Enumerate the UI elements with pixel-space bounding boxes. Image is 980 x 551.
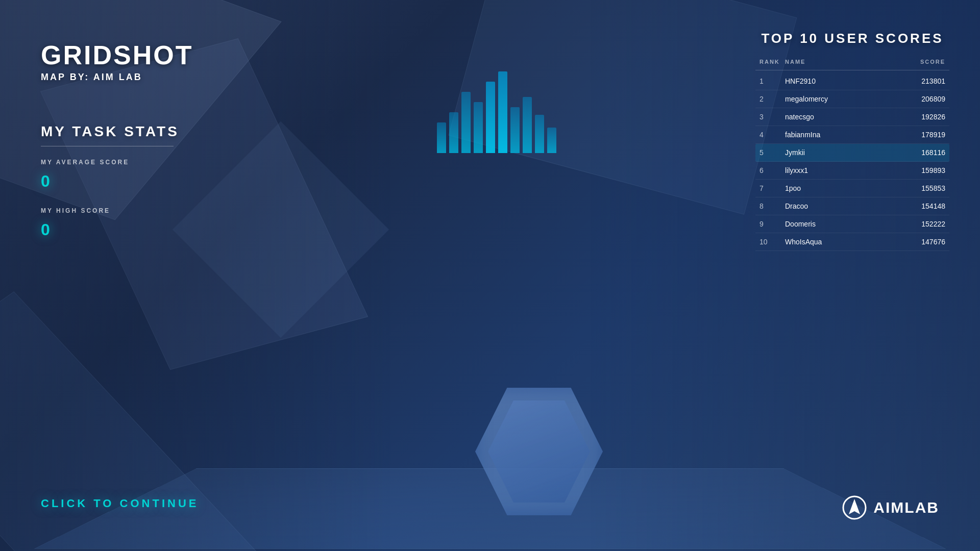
player-score-3: 192826	[899, 113, 945, 121]
high-score-value: 0	[41, 220, 214, 239]
map-by: MAP BY: AIM LAB	[41, 72, 214, 83]
bar-6	[510, 107, 520, 153]
rank-1: 1	[760, 77, 785, 85]
leaderboard-header: RANK NAME SCORE	[755, 59, 949, 70]
left-panel: GRIDSHOT MAP BY: AIM LAB MY TASK STATS M…	[0, 0, 255, 551]
player-name-6: lilyxxx1	[785, 166, 899, 174]
player-score-8: 154148	[899, 202, 945, 210]
rank-4: 4	[760, 131, 785, 139]
bar-0	[437, 122, 446, 153]
col-rank-header: RANK	[760, 59, 785, 65]
rank-7: 7	[760, 184, 785, 192]
bar-8	[535, 115, 544, 153]
leaderboard-row-5: 5Jymkii168116	[755, 144, 949, 162]
player-score-6: 159893	[899, 166, 945, 174]
leaderboard-row-10: 10WhoIsAqua147676	[755, 233, 949, 251]
bar-9	[547, 128, 556, 153]
player-name-2: megalomercy	[785, 95, 899, 103]
player-name-10: WhoIsAqua	[785, 238, 899, 246]
player-score-5: 168116	[899, 148, 945, 157]
leaderboard-row-4: 4fabianmIna178919	[755, 126, 949, 144]
leaderboard-row-8: 8Dracoo154148	[755, 197, 949, 215]
bar-3	[474, 102, 483, 153]
high-score-label: MY HIGH SCORE	[41, 207, 214, 214]
player-score-4: 178919	[899, 131, 945, 139]
bar-chart	[437, 51, 556, 153]
leaderboard-rows: 1HNF29102138012megalomercy2068093natecsg…	[755, 72, 949, 251]
leaderboard-title: TOP 10 USER SCORES	[755, 31, 949, 46]
col-score-header: SCORE	[899, 59, 945, 65]
center-hexagon	[475, 388, 603, 515]
player-name-1: HNF2910	[785, 77, 899, 85]
hex-outer	[475, 388, 603, 515]
player-name-7: 1poo	[785, 184, 899, 192]
player-score-2: 206809	[899, 95, 945, 103]
leaderboard-row-3: 3natecsgo192826	[755, 108, 949, 126]
bar-5	[498, 71, 507, 153]
rank-8: 8	[760, 202, 785, 210]
leaderboard-row-6: 6lilyxxx1159893	[755, 162, 949, 180]
click-to-continue-button[interactable]: CLICK TO CONTINUE	[41, 497, 199, 510]
leaderboard-panel: TOP 10 USER SCORES RANK NAME SCORE 1HNF2…	[755, 31, 949, 251]
rank-3: 3	[760, 113, 785, 121]
player-name-5: Jymkii	[785, 148, 899, 157]
stats-section: MY TASK STATS MY AVERAGE SCORE 0 MY HIGH…	[41, 123, 214, 239]
player-name-4: fabianmIna	[785, 131, 899, 139]
leaderboard-row-1: 1HNF2910213801	[755, 72, 949, 90]
rank-9: 9	[760, 220, 785, 228]
avg-score-value: 0	[41, 172, 214, 191]
player-name-3: natecsgo	[785, 113, 899, 121]
game-title: GRIDSHOT	[41, 41, 214, 70]
rank-6: 6	[760, 166, 785, 174]
player-name-8: Dracoo	[785, 202, 899, 210]
player-score-7: 155853	[899, 184, 945, 192]
rank-2: 2	[760, 95, 785, 103]
leaderboard-row-7: 71poo155853	[755, 180, 949, 197]
bar-2	[461, 92, 471, 153]
bar-4	[486, 82, 495, 153]
rank-10: 10	[760, 238, 785, 246]
stats-divider	[41, 146, 174, 146]
aimlab-logo: AIMLAB	[842, 495, 939, 520]
rank-5: 5	[760, 148, 785, 157]
aimlab-logo-text: AIMLAB	[873, 499, 939, 516]
player-score-9: 152222	[899, 220, 945, 228]
avg-score-label: MY AVERAGE SCORE	[41, 159, 214, 166]
bar-7	[523, 97, 532, 153]
leaderboard-row-2: 2megalomercy206809	[755, 90, 949, 108]
player-score-1: 213801	[899, 77, 945, 85]
player-name-9: Doomeris	[785, 220, 899, 228]
aimlab-logo-icon	[842, 495, 867, 520]
player-score-10: 147676	[899, 238, 945, 246]
col-name-header: NAME	[785, 59, 899, 65]
hex-inner	[488, 400, 590, 503]
bar-1	[449, 112, 458, 153]
leaderboard-row-9: 9Doomeris152222	[755, 215, 949, 233]
stats-title: MY TASK STATS	[41, 123, 214, 140]
